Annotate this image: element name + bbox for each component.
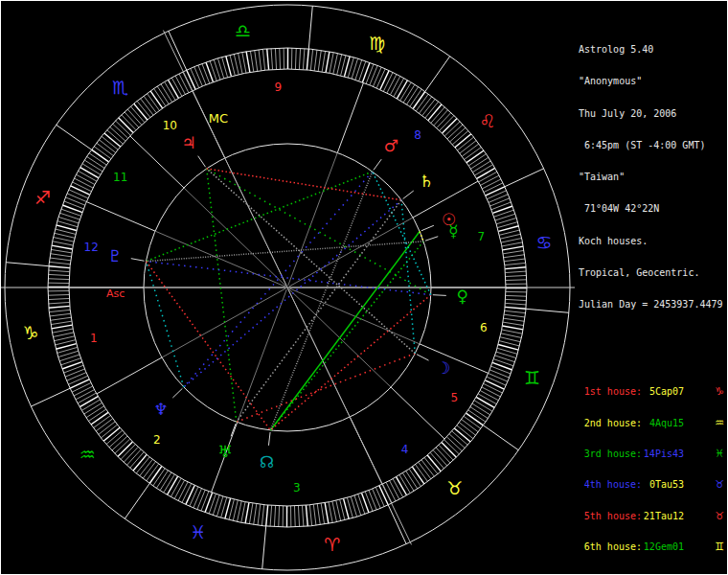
house-row: 1st house:5Cap07♑ (579, 387, 724, 397)
wheel-svg: ♈♉♊♋♌♍♎♏♐♑♒♓123456789101112MCAsc☉☽☿♀♂♃♄♅… (0, 0, 575, 575)
house-number: 1 (90, 332, 98, 345)
house-system: Koch houses. (579, 236, 724, 246)
pisces-icon: ♓ (190, 521, 206, 542)
house-row: 3rd house:14Pis43♓ (579, 449, 724, 459)
aspect-line (147, 172, 373, 262)
house-cusp-line (97, 357, 162, 394)
sagittarius-icon: ♐ (34, 187, 51, 208)
libra-icon: ♎ (235, 20, 251, 41)
moon-wheel-icon: ☽ (436, 358, 450, 378)
sign-boundary (125, 483, 149, 518)
capricorn-icon: ♑ (715, 387, 724, 397)
house-label: 5th house: (579, 512, 642, 521)
aspect-line (270, 172, 372, 430)
sign-boundary (388, 505, 406, 544)
house-row: 5th house:21Tau12♉ (579, 512, 724, 521)
gemini-icon: ♊ (524, 367, 540, 388)
mc-label: MC (209, 111, 228, 126)
aries-icon: ♈ (324, 534, 340, 555)
gemini-icon: ♊ (715, 542, 724, 552)
app-title: Astrolog 5.40 (579, 44, 724, 55)
aspect-line (147, 262, 184, 387)
house-cusp-line (391, 387, 444, 439)
taurus-icon: ♉ (715, 512, 724, 521)
house-row: 4th house:0Tau53♉ (579, 480, 724, 490)
nept-wheel-icon: ♆ (153, 400, 168, 419)
planet-pointer (198, 156, 206, 168)
chart-time: 6:45pm (ST -4:00 GMT) (579, 140, 724, 150)
planet-pointer (131, 259, 145, 262)
chart-name: "Anonymous" (579, 76, 724, 86)
house-number: 10 (163, 119, 177, 132)
aquarius-icon: ♒ (80, 444, 96, 465)
house-number: 8 (414, 128, 421, 142)
chart-wheel: ♈♉♊♋♌♍♎♏♐♑♒♓123456789101112MCAsc☉☽☿♀♂♃♄♅… (0, 0, 575, 575)
planet-pointer (231, 424, 236, 436)
merc-wheel-icon: ☿ (448, 221, 458, 241)
sign-boundary (425, 57, 450, 92)
house-label: 3rd house: (579, 449, 642, 459)
planet-pointer (374, 159, 381, 170)
taurus-icon: ♉ (715, 480, 724, 490)
house-cusp-line (130, 136, 184, 188)
planet-pointer (433, 295, 446, 296)
house-cusp-spoke (162, 288, 285, 357)
house-number: 3 (293, 481, 301, 494)
chart-coords: 71°04W 42°22N (579, 203, 724, 214)
house-number: 4 (401, 443, 409, 456)
aspect-line (270, 232, 420, 430)
chart-info-header: Astrolog 5.40 "Anonymous" Thu July 20, 2… (579, 23, 724, 331)
house-cusp-value: 12Gem01 (642, 542, 684, 552)
sign-boundary (505, 169, 544, 187)
house-cusp-table: 1st house:5Cap07♑ 2nd house:4Aqu15♒ 3rd … (579, 366, 724, 575)
house-cusp-value: 14Pis43 (642, 449, 684, 459)
mars-wheel-icon: ♂ (384, 136, 398, 155)
house-number: 2 (153, 433, 161, 447)
house-cusp-value: 5Cap07 (642, 387, 684, 397)
aspect-line (207, 169, 431, 295)
house-cusp-spoke (288, 152, 338, 286)
house-label: 6th house: (579, 542, 642, 552)
house-label: 4th house: (579, 480, 642, 490)
house-cusp-spoke (184, 188, 286, 287)
virgo-icon: ♍ (369, 33, 385, 54)
house-number: 7 (477, 230, 485, 243)
house-cusp-spoke (289, 288, 420, 344)
aspect-line (184, 172, 373, 387)
house-cusp-line (86, 202, 155, 232)
aspect-line (207, 169, 237, 422)
julian-day: Julian Day = 2453937.4479 (579, 299, 724, 310)
aquarius-icon: ♒ (715, 419, 724, 428)
house-label: 2nd house: (579, 419, 642, 428)
sign-boundary (526, 309, 569, 312)
planet-pointer (403, 191, 414, 199)
planet-pointer (421, 225, 434, 230)
aspect-line (237, 354, 415, 422)
info-sidebar: Astrolog 5.40 "Anonymous" Thu July 20, 2… (579, 2, 724, 575)
asc-label: Asc (106, 288, 125, 300)
house-number: 12 (84, 241, 99, 254)
house-row: 2nd house:4Aqu15♒ (579, 419, 724, 428)
aspect-line (270, 295, 430, 430)
house-number: 9 (274, 80, 282, 94)
sign-boundary (169, 31, 187, 70)
chart-place: "Taiwan" (579, 172, 724, 182)
capricorn-icon: ♑ (23, 322, 39, 343)
house-cusp-spoke (238, 289, 287, 423)
scorpio-icon: ♏ (112, 77, 128, 98)
jupi-wheel-icon: ♃ (182, 133, 196, 152)
leo-icon: ♌ (479, 110, 495, 131)
house-row: 6th house:12Gem01♊ (579, 542, 724, 552)
house-label: 1st house: (579, 387, 642, 397)
planet-pointer (425, 237, 438, 241)
planet-pointer (268, 432, 270, 446)
house-number: 6 (480, 321, 488, 334)
planet-pointer (417, 355, 428, 360)
sign-boundary (31, 388, 70, 406)
pisces-icon: ♓ (715, 449, 724, 459)
chart-date: Thu July 20, 2006 (579, 108, 724, 119)
satu-wheel-icon: ♄ (420, 172, 434, 191)
zodiac-mode: Tropical, Geocentric. (579, 267, 724, 278)
sign-boundary (308, 6, 312, 49)
sign-boundary (262, 526, 266, 569)
